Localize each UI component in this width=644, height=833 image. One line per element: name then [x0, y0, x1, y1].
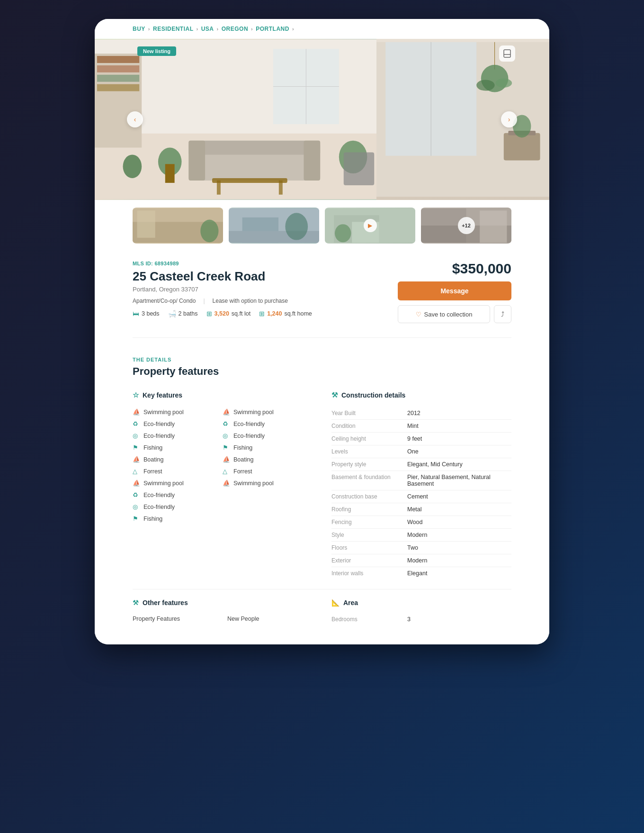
- list-item: △Forrest: [133, 465, 223, 477]
- lot-icon: ⊞: [206, 310, 212, 317]
- list-item: ⛵Swimming pool: [223, 477, 313, 489]
- message-button[interactable]: Message: [398, 281, 511, 300]
- construction-heading: ⚒ Construction details: [331, 391, 511, 399]
- feature-list-col1: ⛵Swimming pool ♻Eco-friendly ◎Eco-friend…: [133, 406, 223, 525]
- lot-stat: ⊞ 3,520 sq.ft lot: [206, 310, 251, 317]
- list-item: ⚑Fishing: [133, 513, 223, 525]
- other-features-heading: ⚒ Other features: [133, 599, 322, 607]
- thumbnail-3[interactable]: ▶: [325, 208, 415, 244]
- table-row: Floors Two: [331, 542, 511, 554]
- list-item: New People: [227, 613, 322, 625]
- thumbnail-4[interactable]: +12: [421, 208, 511, 244]
- list-item: ⚑Fishing: [223, 442, 313, 453]
- bed-icon: 🛏: [133, 310, 139, 317]
- eco-icon-4: ◎: [133, 503, 140, 510]
- video-play-button[interactable]: ▶: [364, 219, 377, 232]
- thumbnail-2[interactable]: [229, 208, 319, 244]
- area-icon: 📐: [331, 599, 340, 607]
- bath-icon: 🛁: [168, 310, 176, 317]
- home-icon: ⊞: [259, 310, 265, 317]
- share-button[interactable]: ⤴: [494, 305, 511, 323]
- list-item: ⛵Swimming pool: [133, 477, 223, 489]
- svg-point-45: [335, 224, 351, 242]
- save-to-collection-button[interactable]: ♡ Save to collection: [398, 305, 490, 323]
- pool-icon: ⛵: [133, 408, 140, 416]
- baths-stat: 🛁 2 baths: [168, 310, 198, 317]
- table-row: Ceiling height 9 feet: [331, 433, 511, 445]
- list-item: Property Features: [133, 613, 227, 625]
- feature-list-col2: ⛵Swimming pool ♻Eco-friendly ◎Eco-friend…: [223, 406, 313, 525]
- table-row: Interior walls Elegant: [331, 567, 511, 579]
- thumbnail-strip: ▶ +12: [95, 200, 549, 251]
- pool-icon-3: ⛵: [223, 408, 230, 416]
- breadcrumb-oregon[interactable]: OREGON: [222, 26, 248, 32]
- key-features-subsection: ☆ Key features ⛵Swimming pool ♻Eco-frien…: [133, 391, 313, 525]
- details-section: THE DETAILS Property features ☆ Key feat…: [95, 338, 549, 589]
- svg-rect-15: [212, 178, 287, 183]
- other-features-section: ⚒ Other features Property Features New P…: [133, 599, 322, 625]
- pool-icon-4: ⛵: [223, 480, 230, 487]
- table-row: Condition Mint: [331, 420, 511, 433]
- svg-rect-4: [97, 65, 139, 72]
- features-grid: ☆ Key features ⛵Swimming pool ♻Eco-frien…: [133, 391, 511, 579]
- feature-list: ⛵Swimming pool ♻Eco-friendly ◎Eco-friend…: [133, 406, 313, 525]
- hero-next-button[interactable]: ›: [501, 111, 517, 127]
- list-item: ◎Eco-friendly: [133, 501, 223, 513]
- save-share-row: ♡ Save to collection ⤴: [398, 305, 511, 323]
- list-item: ⛵Swimming pool: [133, 406, 223, 418]
- list-item: ◎Eco-friendly: [223, 430, 313, 442]
- list-item: ♻Eco-friendly: [133, 418, 223, 430]
- svg-rect-13: [188, 141, 205, 181]
- area-section: 📐 Area Bedrooms 3: [322, 599, 511, 625]
- list-item: △Forrest: [223, 465, 313, 477]
- breadcrumb-buy[interactable]: BUY: [133, 26, 145, 32]
- eco-icon-3: ♻: [133, 491, 140, 498]
- list-item: ◎Eco-friendly: [133, 430, 223, 442]
- boat-icon-2: ⛵: [223, 456, 230, 463]
- save-icon-button-hero[interactable]: [499, 45, 515, 62]
- property-stats: 🛏 3 beds 🛁 2 baths ⊞ 3,520 sq.ft lot ⊞ 1…: [133, 310, 312, 317]
- svg-rect-8: [165, 164, 175, 183]
- list-item: ⛵Swimming pool: [223, 406, 313, 418]
- device-frame: BUY › RESIDENTIAL › USA › OREGON › PORTL…: [95, 19, 549, 644]
- bottom-features: ⚒ Other features Property Features New P…: [95, 589, 549, 644]
- svg-rect-3: [97, 56, 139, 63]
- breadcrumb: BUY › RESIDENTIAL › USA › OREGON › PORTL…: [95, 19, 549, 39]
- svg-point-28: [496, 79, 512, 88]
- eco-icon-2: ◎: [133, 432, 140, 439]
- pool-icon-2: ⛵: [133, 480, 140, 487]
- property-info: MLS ID: 68934989 25 Casteel Creek Road P…: [95, 251, 549, 323]
- eco-icon: ♻: [133, 420, 140, 427]
- bookmark-icon: [503, 49, 511, 58]
- svg-point-41: [285, 213, 308, 240]
- table-row: Levels One: [331, 445, 511, 458]
- eco-icon-6: ◎: [223, 432, 230, 439]
- key-features-heading: ☆ Key features: [133, 391, 313, 399]
- other-features-icon: ⚒: [133, 599, 139, 607]
- table-row: Year Built 2012: [331, 407, 511, 420]
- breadcrumb-portland[interactable]: PORTLAND: [256, 26, 289, 32]
- list-item: ⛵Boating: [223, 453, 313, 465]
- list-item: ⛵Boating: [133, 453, 223, 465]
- construction-icon: ⚒: [331, 391, 338, 399]
- thumbnail-1[interactable]: [133, 208, 223, 244]
- table-row: Fencing Wood: [331, 516, 511, 529]
- breadcrumb-usa[interactable]: USA: [201, 26, 214, 32]
- fish-icon-2: ⚑: [133, 515, 140, 522]
- property-type: Apartment/Co-op/ Condo: [133, 298, 196, 304]
- thumbnail-count[interactable]: +12: [458, 217, 475, 234]
- fish-icon-3: ⚑: [223, 444, 230, 451]
- svg-rect-12: [188, 141, 320, 155]
- tree-icon: △: [133, 468, 140, 475]
- price-actions: $350,000 Message ♡ Save to collection ⤴: [398, 261, 511, 323]
- svg-rect-18: [344, 152, 374, 185]
- hero-prev-button[interactable]: ‹: [127, 111, 143, 127]
- fish-icon: ⚑: [133, 444, 140, 451]
- table-row: Construction base Cement: [331, 490, 511, 503]
- breadcrumb-residential[interactable]: RESIDENTIAL: [153, 26, 194, 32]
- svg-rect-36: [137, 210, 155, 237]
- property-details-left: MLS ID: 68934989 25 Casteel Creek Road P…: [133, 261, 312, 317]
- table-row: Bedrooms 3: [331, 613, 511, 625]
- property-title: 25 Casteel Creek Road: [133, 269, 312, 284]
- other-features-list: Property Features New People: [133, 613, 322, 625]
